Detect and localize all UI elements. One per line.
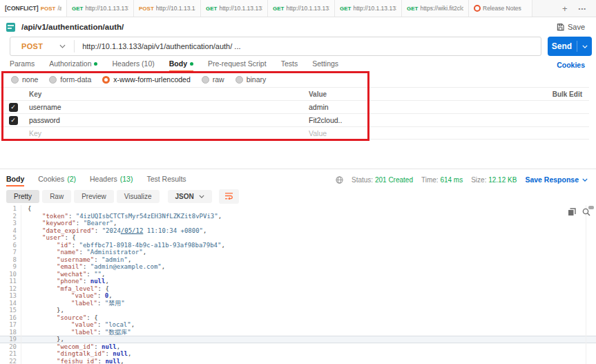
tab-response-cookies[interactable]: Cookies (2) (38, 175, 76, 185)
status-badge: Status: 201 Created (352, 176, 413, 184)
value-input-placeholder[interactable]: Value (309, 129, 589, 137)
code-line: 22"feishu_id": null, (0, 358, 596, 364)
tab-headers[interactable]: Headers (10) (112, 59, 154, 70)
request-tab[interactable]: POST http://10.1.13.133/api/v1/ (134, 0, 201, 17)
tab-release-notes[interactable]: Release Notes (469, 0, 532, 17)
line-content: "token": "4izUQIsbCTCTsMyr54zEH3NfLZKZit… (21, 213, 222, 220)
search-icon (582, 208, 590, 216)
tab-body[interactable]: Body (169, 59, 193, 70)
tab-tests[interactable]: Tests (281, 59, 298, 70)
body-mode-radios: none form-data x-www-form-urlencoded raw… (0, 74, 414, 85)
tab-settings[interactable]: Settings (312, 59, 338, 70)
tab-response-headers[interactable]: Headers (13) (90, 175, 133, 185)
tab-options-button[interactable]: ••• (575, 6, 590, 12)
request-tab[interactable]: GET http://10.1.13.133/api/v1/a (268, 0, 335, 17)
line-number: 2 (0, 213, 21, 220)
release-notes-icon (474, 5, 481, 12)
line-content: "id": "ebffbc71-8918-4b9c-a11b-93af98ba7… (21, 242, 225, 249)
new-tab-button[interactable]: + (558, 3, 572, 14)
line-content: "user": { (21, 234, 76, 242)
request-tab[interactable]: GET http://10.1.13.133/api/v1/a (335, 0, 402, 17)
key-input-placeholder[interactable]: Key (26, 129, 309, 137)
search-button[interactable] (582, 208, 590, 216)
tab-response-body[interactable]: Body (6, 175, 24, 185)
tab-label: /api/v1/aut (57, 5, 61, 12)
conflict-badge: [CONFLICT] (5, 5, 39, 12)
tab-test-results[interactable]: Test Results (146, 175, 186, 185)
mode-label: raw (213, 75, 224, 84)
network-icon (336, 176, 343, 184)
tab-method: GET (273, 6, 284, 12)
wrap-lines-button[interactable] (219, 189, 239, 204)
line-content: "wecom_id": null, (21, 343, 120, 351)
mode-binary[interactable]: binary (235, 75, 267, 84)
green-dot-icon (94, 62, 97, 66)
code-line: 10"wechat": "", (0, 271, 596, 278)
send-button[interactable]: Send (548, 37, 592, 56)
response-body-json[interactable]: 1{2"token": "4izUQIsbCTCTsMyr54zEH3NfLZK… (0, 205, 596, 364)
request-header: /api/v1/authentication/auth/ Save (0, 19, 596, 35)
table-row: ✓ username admin (0, 100, 589, 113)
tab-authorization[interactable]: Authorization (49, 59, 97, 70)
line-content: }, (21, 336, 64, 343)
line-number: 11 (0, 278, 21, 285)
tab-label: Headers (90, 175, 117, 183)
bulk-edit-link[interactable]: Bulk Edit (552, 90, 589, 98)
line-number: 15 (0, 307, 21, 314)
value-cell[interactable]: Fit2cloud.. (309, 116, 589, 124)
line-number: 13 (0, 292, 21, 300)
line-content: }, (21, 307, 64, 314)
line-content: "value": 0, (21, 292, 113, 300)
request-tab[interactable]: GET https://wiki.fit2cloud.com (402, 0, 469, 17)
request-tab[interactable]: GET http://10.1.13.133/api/v1/c (67, 0, 134, 17)
line-number: 17 (0, 321, 21, 329)
tab-pre-request-script[interactable]: Pre-request Script (208, 59, 267, 70)
mode-none[interactable]: none (11, 75, 38, 84)
table-row: ✓ password Fit2cloud.. (0, 113, 589, 126)
save-button[interactable]: Save (557, 23, 585, 31)
code-line: 9"email": "admin@example.com", (0, 263, 596, 271)
request-tab[interactable]: GET http://10.1.13.133/api/v1/u (201, 0, 268, 17)
checkbox-checked-icon[interactable]: ✓ (9, 116, 18, 125)
table-row-empty: Key Value (0, 126, 589, 140)
language-select[interactable]: JSON (168, 190, 212, 203)
tab-method: GET (407, 6, 418, 12)
chevron-down-icon (582, 178, 588, 182)
key-cell[interactable]: password (26, 116, 309, 124)
tab-label: Pre-request Script (208, 59, 267, 68)
line-content: "dingtalk_id": null, (21, 350, 131, 358)
request-tab-conflict[interactable]: [CONFLICT] POST /api/v1/aut (0, 0, 67, 17)
code-line: 19}, (0, 336, 596, 343)
value-cell[interactable]: admin (309, 103, 589, 111)
tab-method: POST (139, 6, 154, 12)
tab-params[interactable]: Params (10, 59, 35, 70)
save-response-button[interactable]: Save Response (525, 175, 588, 184)
line-number: 8 (0, 256, 21, 264)
mode-x-www-form-urlencoded[interactable]: x-www-form-urlencoded (102, 75, 190, 84)
code-line: 21"dingtalk_id": null, (0, 350, 596, 358)
view-pretty[interactable]: Pretty (6, 190, 39, 203)
form-urlencoded-table: Key Value Bulk Edit ✓ username admin ✓ p… (0, 87, 589, 140)
line-number: 20 (0, 343, 21, 351)
tab-label: https://wiki.fit2cloud.com (420, 5, 463, 12)
url-input[interactable]: http://10.1.13.133/api/v1/authentication… (75, 42, 541, 50)
checkbox-checked-icon[interactable]: ✓ (9, 103, 18, 112)
code-line: 16"source": { (0, 314, 596, 322)
mode-label: x-www-form-urlencoded (113, 75, 190, 84)
key-cell[interactable]: username (26, 103, 309, 111)
copy-button[interactable] (568, 208, 576, 216)
line-number: 21 (0, 350, 21, 358)
view-raw[interactable]: Raw (42, 190, 71, 203)
mode-form-data[interactable]: form-data (49, 75, 91, 84)
mode-label: binary (247, 75, 267, 84)
line-number: 3 (0, 220, 21, 227)
mode-raw[interactable]: raw (202, 75, 224, 84)
code-line: 20"wecom_id": null, (0, 343, 596, 351)
line-number: 6 (0, 242, 21, 249)
view-visualize[interactable]: Visualize (117, 190, 160, 203)
line-number: 18 (0, 329, 21, 336)
cookies-link[interactable]: Cookies (557, 61, 585, 69)
response-meta: Status: 201 Created Time: 614 ms Size: 1… (336, 175, 588, 184)
view-preview[interactable]: Preview (74, 190, 114, 203)
method-select[interactable]: POST (10, 42, 74, 50)
